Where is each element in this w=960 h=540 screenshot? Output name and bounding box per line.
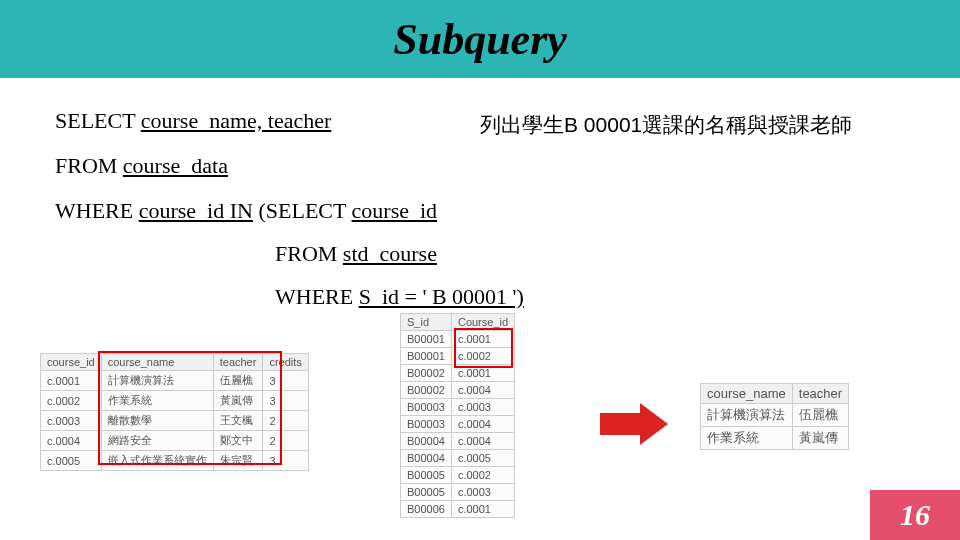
col-header: course_name [101,354,213,371]
table-row: B00004c.0005 [401,450,515,467]
table-header-row: course_id course_name teacher credits [41,354,309,371]
arrow-head-icon [640,403,668,445]
table-row: B00005c.0002 [401,467,515,484]
page-number-badge: 16 [870,490,960,540]
table-row: B00002c.0004 [401,382,515,399]
col-header: S_id [401,314,452,331]
table-course-data: course_id course_name teacher credits c.… [40,353,309,471]
col-header: Course_id [451,314,514,331]
table-row: B00005c.0003 [401,484,515,501]
col-header: credits [263,354,308,371]
table-row: 作業系統黃嵐傳 [701,427,849,450]
table-result: course_name teacher 計算機演算法伍麗樵 作業系統黃嵐傳 [700,383,849,450]
title-band: Subquery [0,0,960,78]
col-header: course_id [41,354,102,371]
table-header-row: course_name teacher [701,384,849,404]
col-header: course_name [701,384,793,404]
table-row: B00006c.0001 [401,501,515,518]
sql-line-5: WHERE S_id = ' B 00001 ') [275,284,524,310]
col-header: teacher [213,354,263,371]
arrow-icon [600,413,640,435]
table-row: B00003c.0003 [401,399,515,416]
query-description: 列出學生B 00001選課的名稱與授課老師 [480,111,852,139]
table-row: B00004c.0004 [401,433,515,450]
table-std-course: S_id Course_id B00001c.0001 B00001c.0002… [400,313,515,518]
sql-line-3: WHERE course_id IN (SELECT course_id [55,198,437,224]
sql-line-2: FROM course_data [55,153,228,179]
sql-line-4: FROM std_course [275,241,437,267]
slide-title: Subquery [393,14,567,65]
table-row: B00001c.0001 [401,331,515,348]
table-row: B00002c.0001 [401,365,515,382]
table-row: c.0002作業系統黃嵐傳3 [41,391,309,411]
table-row: c.0005嵌入式作業系統實作朱宗賢3 [41,451,309,471]
table-row: B00001c.0002 [401,348,515,365]
sql-line-1: SELECT course_name, teacher [55,108,331,134]
table-row: 計算機演算法伍麗樵 [701,404,849,427]
slide-content: SELECT course_name, teacher 列出學生B 00001選… [0,78,960,540]
table-row: c.0004網路安全鄭文中2 [41,431,309,451]
table-row: c.0003離散數學王文楓2 [41,411,309,431]
col-header: teacher [792,384,848,404]
table-header-row: S_id Course_id [401,314,515,331]
table-row: B00003c.0004 [401,416,515,433]
table-row: c.0001計算機演算法伍麗樵3 [41,371,309,391]
